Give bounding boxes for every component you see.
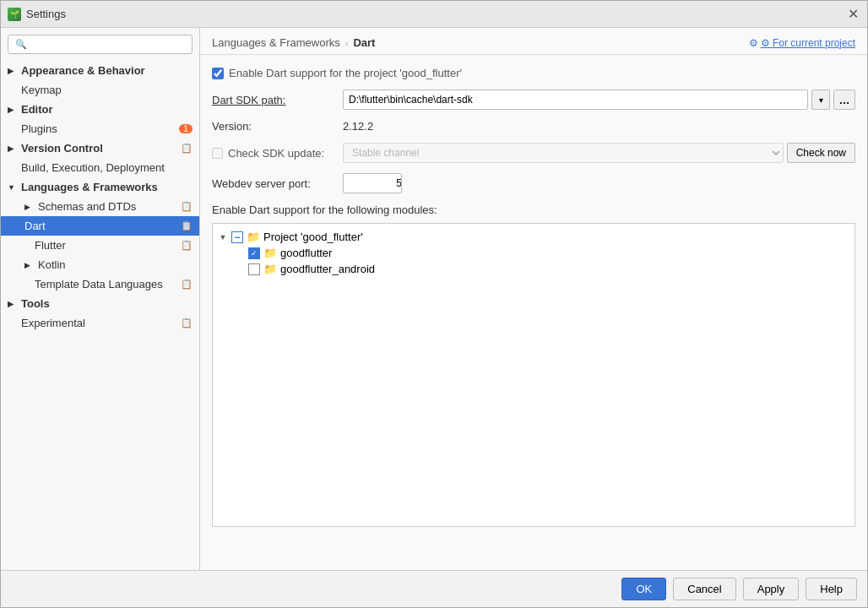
module1-folder-icon: 📁 [263,247,277,259]
tree-module2-item[interactable]: 📁 goodflutter_android [218,261,849,277]
sdk-channel-select[interactable]: Stable channel [343,143,784,163]
panel-body: Enable Dart support for the project 'goo… [200,55,867,570]
for-project-icon: ⚙ [749,37,758,49]
copy-icon: 📋 [181,201,193,212]
dart-sdk-browse-button[interactable]: … [833,90,855,110]
check-sdk-checkbox[interactable] [212,148,223,159]
sidebar-item-label: Schemas and DTDs [38,200,136,213]
check-now-button[interactable]: Check now [787,143,855,163]
sidebar-item-flutter[interactable]: Flutter 📋 [1,236,199,255]
search-box[interactable]: 🔍 [8,35,193,54]
sidebar-item-schemas[interactable]: ▶ Schemas and DTDs 📋 [1,197,199,216]
sidebar-item-label: Keymap [21,84,62,96]
project-folder-icon: 📁 [247,231,260,243]
enable-dart-text: Enable Dart support for the project 'goo… [229,67,462,79]
dart-sdk-input[interactable] [343,90,808,110]
enable-dart-label[interactable]: Enable Dart support for the project 'goo… [212,67,462,79]
enable-dart-row: Enable Dart support for the project 'goo… [212,67,855,79]
module2-checkbox[interactable] [248,263,260,275]
webdev-row: Webdev server port: ▲ ▼ [212,173,855,193]
copy-icon: 📋 [181,240,193,251]
sidebar-item-keymap[interactable]: Keymap [1,80,199,100]
version-value: 2.12.2 [343,120,373,133]
right-panel: Languages & Frameworks › Dart ⚙ ⚙ For cu… [200,28,867,570]
check-sdk-check-label[interactable]: Check SDK update: [212,147,343,160]
sidebar-item-label: Plugins [21,122,57,135]
main-content: 🔍 ▶ Appearance & Behavior Keymap ▶ Edito… [1,28,867,570]
chevron-icon: ▶ [8,300,16,308]
webdev-label: Webdev server port: [212,177,343,190]
for-project-label: ⚙ For current project [761,37,855,49]
breadcrumb-current: Dart [353,36,375,49]
sidebar-item-experimental[interactable]: Experimental 📋 [1,313,199,333]
module2-folder-icon: 📁 [263,263,277,275]
enable-dart-checkbox[interactable] [212,68,224,79]
module1-name: goodflutter [280,247,332,259]
sidebar-item-label: Dart [24,220,46,232]
sidebar-item-label: Editor [21,103,53,116]
copy-icon: 📋 [181,279,193,290]
breadcrumb-separator: › [345,38,349,48]
check-sdk-row: Check SDK update: Stable channel Check n… [212,143,855,163]
webdev-port-input[interactable] [344,177,402,189]
version-label: Version: [212,120,343,133]
close-button[interactable]: ✕ [845,7,860,22]
sidebar: 🔍 ▶ Appearance & Behavior Keymap ▶ Edito… [1,28,200,570]
cancel-button[interactable]: Cancel [673,578,735,600]
nav-tree: ▶ Appearance & Behavior Keymap ▶ Editor … [1,61,199,570]
sidebar-item-build[interactable]: Build, Execution, Deployment [1,158,199,177]
help-button[interactable]: Help [806,578,857,600]
plugins-badge: 1 [179,124,193,133]
title-bar: 🌱 Settings ✕ [1,1,867,28]
sidebar-item-label: Flutter [35,239,66,252]
dart-sdk-control: ▾ … [343,90,855,110]
modules-section: Enable Dart support for the following mo… [212,204,855,527]
project-name: Project 'good_flutter' [263,231,363,243]
app-icon: 🌱 [8,8,21,21]
window-title: Settings [26,8,66,20]
chevron-icon: ▶ [24,261,33,269]
title-bar-left: 🌱 Settings [8,8,66,21]
webdev-port-spinner[interactable]: ▲ ▼ [343,173,402,193]
version-row: Version: 2.12.2 [212,120,855,133]
tree-project-item[interactable]: ▼ − 📁 Project 'good_flutter' [218,229,849,245]
project-checkbox[interactable]: − [231,231,243,243]
sidebar-item-label: Kotlin [38,258,66,271]
breadcrumb-part1: Languages & Frameworks [212,36,340,49]
sidebar-item-label: Experimental [21,317,85,329]
sidebar-item-appearance[interactable]: ▶ Appearance & Behavior [1,61,199,80]
apply-button[interactable]: Apply [743,578,800,600]
settings-window: 🌱 Settings ✕ 🔍 ▶ Appearance & Behavior K… [0,0,868,608]
chevron-icon: ▶ [8,67,16,75]
sidebar-item-dart[interactable]: Dart 📋 [1,216,199,236]
sidebar-item-tools[interactable]: ▶ Tools [1,294,199,313]
dart-sdk-row: Dart SDK path: ▾ … [212,90,855,110]
chevron-icon: ▼ [8,183,16,192]
sidebar-item-label: Build, Execution, Deployment [21,161,165,174]
for-project-link[interactable]: ⚙ ⚙ For current project [749,37,855,49]
ok-button[interactable]: OK [621,578,666,600]
sidebar-item-label: Appearance & Behavior [21,64,145,77]
breadcrumb: Languages & Frameworks › Dart [212,36,375,49]
tree-chevron-icon: ▼ [218,233,228,242]
sidebar-item-label: Tools [21,297,50,310]
bottom-bar: OK Cancel Apply Help [1,570,867,607]
modules-label: Enable Dart support for the following mo… [212,204,855,216]
sidebar-item-languages[interactable]: ▼ Languages & Frameworks [1,177,199,197]
copy-icon: 📋 [181,220,193,231]
sidebar-item-label: Version Control [21,142,103,155]
modules-tree: ▼ − 📁 Project 'good_flutter' ✓ 📁 goodflu… [212,223,855,527]
dart-sdk-dropdown-button[interactable]: ▾ [811,90,830,110]
sidebar-item-version-control[interactable]: ▶ Version Control 📋 [1,138,199,158]
sidebar-item-label: Template Data Languages [35,278,163,290]
sidebar-item-kotlin[interactable]: ▶ Kotlin [1,255,199,274]
sidebar-item-template[interactable]: Template Data Languages 📋 [1,274,199,294]
sidebar-item-plugins[interactable]: Plugins 1 [1,119,199,138]
module1-checkbox[interactable]: ✓ [248,247,260,259]
sidebar-item-editor[interactable]: ▶ Editor [1,100,199,119]
dart-sdk-label: Dart SDK path: [212,94,343,106]
copy-icon: 📋 [181,318,193,328]
tree-module1-item[interactable]: ✓ 📁 goodflutter [218,245,849,261]
check-sdk-label-text: Check SDK update: [228,147,324,160]
chevron-icon: ▶ [24,203,33,211]
